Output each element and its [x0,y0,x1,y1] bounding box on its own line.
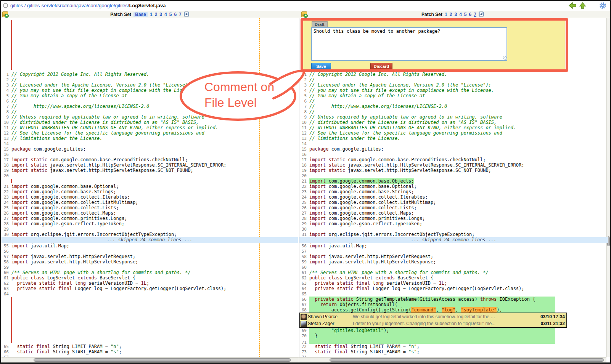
breadcrumb-project-link[interactable]: gitiles [10,3,23,8]
line-number[interactable]: 57 [299,249,309,254]
patch-set-link-3[interactable]: 3 [454,12,457,17]
line-number[interactable]: 16 [2,152,11,157]
line-number[interactable]: 55 [2,244,11,249]
line-number[interactable]: 9 [299,115,309,120]
line-number[interactable]: 21 [299,179,309,184]
line-number[interactable]: 26 [299,205,309,211]
patch-set-link-4[interactable]: 4 [459,12,462,17]
line-number[interactable]: 9 [2,115,11,120]
line-number[interactable]: 11 [2,125,11,131]
discard-button[interactable]: Discard [370,63,392,70]
line-number[interactable]: 25 [2,205,11,211]
up-to-change-arrow-icon[interactable] [579,2,586,9]
patch-set-link-5[interactable]: 5 [169,12,172,17]
line-number[interactable]: 28 [299,216,309,221]
line-number[interactable]: 2 [299,77,309,83]
line-number[interactable]: 15 [2,147,11,152]
line-number[interactable]: 11 [299,125,309,131]
line-number[interactable]: 65 [2,344,11,350]
line-number[interactable]: 20 [299,173,309,179]
line-number[interactable]: 4 [2,88,11,93]
line-number[interactable]: 62 [299,276,309,281]
textarea-resize-grip[interactable] [503,56,506,60]
line-number[interactable]: 61 [2,276,11,281]
line-number[interactable]: 72 [299,344,309,350]
line-number[interactable]: 3 [2,83,11,88]
line-number[interactable]: 7 [299,104,309,109]
line-number[interactable]: 60 [299,265,309,270]
patch-set-link-7[interactable]: 7 [179,12,182,17]
line-number[interactable]: 58 [2,260,11,265]
line-number[interactable]: 14 [2,141,11,147]
line-number[interactable]: 60 [2,270,11,276]
line-number[interactable]: 31 [299,232,309,237]
line-number[interactable]: 20 [2,173,11,179]
line-number[interactable]: 8 [2,109,11,115]
draft-comment-textarea[interactable] [311,27,507,61]
line-number[interactable]: 56 [2,249,11,254]
line-number[interactable]: 3 [299,83,309,88]
add-file-comment-icon-left[interactable] [2,11,8,17]
line-number[interactable]: 1 [2,72,11,77]
line-number[interactable]: 8 [299,109,309,115]
line-number[interactable]: 62 [2,281,11,286]
patch-set-link-2[interactable]: 2 [155,12,158,17]
line-number[interactable]: 25 [299,200,309,205]
add-file-comment-icon-right[interactable] [301,11,307,17]
line-number[interactable]: 22 [299,184,309,189]
line-number[interactable]: 30 [299,227,309,232]
line-number[interactable]: 14 [299,141,309,147]
line-number[interactable]: 21 [2,184,11,189]
patch-set-link-2[interactable]: 2 [450,12,452,17]
line-number[interactable]: 13 [299,136,309,141]
line-number[interactable]: 70 [299,334,309,339]
line-number[interactable]: 29 [2,227,11,232]
line-number[interactable]: 10 [299,120,309,125]
line-number[interactable]: 12 [299,131,309,136]
line-number[interactable]: 1 [299,72,309,77]
line-number[interactable]: 5 [2,93,11,99]
line-number[interactable]: 16 [299,152,309,157]
line-number[interactable]: 6 [299,99,309,104]
line-number[interactable]: 15 [299,147,309,152]
line-number[interactable]: 6 [2,99,11,104]
settings-gear-icon[interactable] [599,2,606,9]
line-number[interactable]: 29 [299,221,309,227]
comment-row[interactable]: Stefan ZagerI defer to your judgement. C… [300,320,566,327]
line-number[interactable]: 18 [2,163,11,168]
patch-set-link-3[interactable]: 3 [159,12,162,17]
line-number[interactable]: 24 [2,200,11,205]
line-number[interactable]: 30 [2,232,11,237]
line-number[interactable]: 63 [2,286,11,292]
patch-set-link-7[interactable]: 7 [474,12,476,17]
horizontal-scrollbar-left[interactable] [2,357,299,362]
line-number[interactable]: 68 [299,308,309,313]
line-number[interactable]: 65 [299,292,309,297]
line-number[interactable]: 56 [299,244,309,249]
line-number[interactable]: 17 [2,157,11,163]
file-checkbox[interactable] [3,3,8,8]
line-number[interactable]: 67 [299,302,309,308]
patch-set-link-4[interactable]: 4 [164,12,167,17]
download-patch-icon-left[interactable] [184,11,189,17]
line-number[interactable]: 24 [299,195,309,200]
line-number[interactable]: 5 [299,93,309,99]
horizontal-scrollbar-right[interactable] [299,357,606,362]
line-number[interactable]: 12 [2,131,11,136]
scrollbar-thumb[interactable] [34,358,291,362]
line-number[interactable]: 28 [2,221,11,227]
download-patch-icon-right[interactable] [479,11,484,17]
line-number[interactable]: 23 [299,189,309,195]
skipped-lines-bar[interactable]: ... skipped 24 common lines ... [299,237,608,243]
line-number[interactable]: 66 [299,297,309,302]
patch-set-link-1[interactable]: 1 [445,12,447,17]
line-number[interactable]: 73 [299,350,309,355]
line-number[interactable]: 64 [2,292,11,297]
line-number[interactable]: 27 [2,216,11,221]
line-number[interactable]: 4 [299,88,309,93]
line-number[interactable]: 66 [2,350,11,355]
line-number[interactable]: 27 [299,211,309,216]
line-number[interactable]: 19 [299,168,309,173]
line-number[interactable]: 7 [2,104,11,109]
save-button[interactable]: Save [311,63,331,70]
